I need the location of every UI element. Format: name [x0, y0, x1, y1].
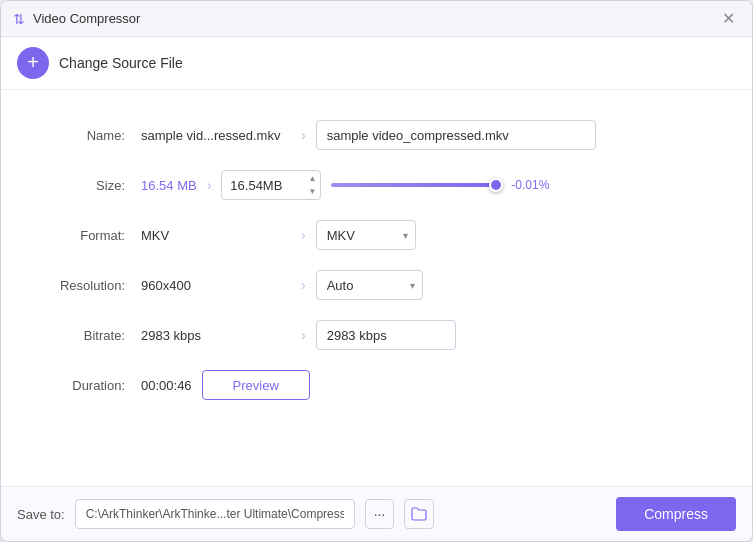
resolution-source-value: 960x400	[141, 278, 291, 293]
bitrate-label: Bitrate:	[41, 314, 141, 357]
folder-icon	[411, 507, 427, 521]
resolution-label: Resolution:	[41, 264, 141, 307]
compress-button[interactable]: Compress	[616, 497, 736, 531]
size-source-value: 16.54 MB	[141, 178, 197, 193]
close-button[interactable]: ✕	[716, 7, 740, 31]
save-to-label: Save to:	[17, 507, 65, 522]
size-value-cell: 16.54 MB › ▲ ▼ -0.01%	[141, 160, 712, 210]
size-increment-button[interactable]: ▲	[305, 172, 319, 185]
size-slider-fill	[331, 183, 498, 187]
size-arrow-icon: ›	[207, 177, 212, 193]
preview-button[interactable]: Preview	[202, 370, 310, 400]
title-bar-left: ⇅ Video Compressor	[13, 11, 140, 27]
format-select-wrap: MKV MP4 AVI MOV WMV ▾	[316, 220, 416, 250]
add-source-button[interactable]: +	[17, 47, 49, 79]
duration-label: Duration:	[41, 364, 141, 407]
title-bar: ⇅ Video Compressor ✕	[1, 1, 752, 37]
size-label: Size:	[41, 164, 141, 207]
format-value-cell: MKV › MKV MP4 AVI MOV WMV ▾	[141, 210, 712, 260]
plus-icon: +	[27, 52, 39, 72]
name-output-input[interactable]	[316, 120, 596, 150]
size-input-wrap: ▲ ▼	[221, 170, 321, 200]
form-grid: Name: sample vid...ressed.mkv › Size: 16…	[41, 110, 712, 410]
window-title: Video Compressor	[33, 11, 140, 26]
bitrate-arrow-icon: ›	[301, 327, 306, 343]
name-arrow-icon: ›	[301, 127, 306, 143]
app-icon: ⇅	[13, 11, 25, 27]
size-slider-container: -0.01%	[331, 178, 712, 192]
resolution-select-wrap: Auto 1920x1080 1280x720 960x400 640x360 …	[316, 270, 423, 300]
toolbar: + Change Source File	[1, 37, 752, 90]
main-content: Name: sample vid...ressed.mkv › Size: 16…	[1, 90, 752, 486]
save-path-input[interactable]	[75, 499, 355, 529]
duration-value-cell: 00:00:46 Preview	[141, 360, 712, 410]
bitrate-output-input[interactable]	[316, 320, 456, 350]
name-label: Name:	[41, 114, 141, 157]
bitrate-source-value: 2983 kbps	[141, 328, 291, 343]
duration-source-value: 00:00:46	[141, 378, 192, 393]
format-arrow-icon: ›	[301, 227, 306, 243]
name-value-cell: sample vid...ressed.mkv ›	[141, 110, 712, 160]
bitrate-value-cell: 2983 kbps ›	[141, 310, 712, 360]
name-source-value: sample vid...ressed.mkv	[141, 128, 291, 143]
main-window: ⇅ Video Compressor ✕ + Change Source Fil…	[0, 0, 753, 542]
browse-folder-button[interactable]	[404, 499, 434, 529]
size-slider-track	[331, 183, 501, 187]
resolution-value-cell: 960x400 › Auto 1920x1080 1280x720 960x40…	[141, 260, 712, 310]
size-decrement-button[interactable]: ▼	[305, 185, 319, 198]
resolution-arrow-icon: ›	[301, 277, 306, 293]
format-select[interactable]: MKV MP4 AVI MOV WMV	[316, 220, 416, 250]
change-source-label: Change Source File	[59, 55, 183, 71]
more-options-button[interactable]: ···	[365, 499, 395, 529]
size-spinners: ▲ ▼	[305, 172, 319, 198]
format-source-value: MKV	[141, 228, 291, 243]
size-percent-label: -0.01%	[511, 178, 549, 192]
size-slider-thumb[interactable]	[489, 178, 503, 192]
resolution-select[interactable]: Auto 1920x1080 1280x720 960x400 640x360	[316, 270, 423, 300]
footer: Save to: ··· Compress	[1, 486, 752, 541]
format-label: Format:	[41, 214, 141, 257]
